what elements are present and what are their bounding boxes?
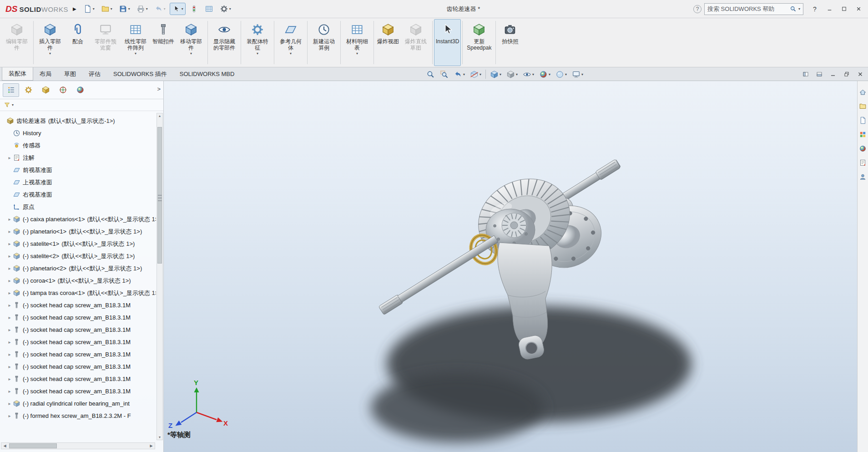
displaymanager-tab[interactable] xyxy=(72,83,88,97)
tree-item[interactable]: ▸(-) socket head cap screw_am_B18.3.1M xyxy=(0,336,156,348)
dropdown-caret-icon[interactable]: ▾ xyxy=(257,51,258,56)
configurationmanager-tab[interactable] xyxy=(37,83,54,97)
scroll-left-icon[interactable]: ◀ xyxy=(1,444,8,448)
maximize-button[interactable] xyxy=(837,3,851,15)
move-component-button[interactable]: 移动零部件▾ xyxy=(176,19,206,66)
expand-arrow-icon[interactable]: ▸ xyxy=(6,413,13,418)
tree-item[interactable]: History xyxy=(0,127,156,139)
tree-item[interactable]: ▸(-) radial cylindrical roller bearing_a… xyxy=(0,397,156,410)
display-style-button[interactable]: ▾ xyxy=(505,70,519,79)
expand-arrow-icon[interactable]: ▸ xyxy=(6,155,13,160)
tree-item[interactable]: ▸(-) socket head cap screw_am_B18.3.1M xyxy=(0,373,156,385)
insert-components-button[interactable]: 插入零部件▾ xyxy=(35,19,65,66)
help-button[interactable]: ? xyxy=(808,3,822,15)
expand-arrow-icon[interactable]: ▸ xyxy=(6,303,13,308)
dropdown-caret-icon[interactable]: ▾ xyxy=(146,7,148,11)
bill-of-materials-button[interactable]: 材料明细表▾ xyxy=(342,19,372,66)
doc-minimize-button[interactable] xyxy=(827,69,839,79)
tree-item[interactable]: ▸(-) satelite<2>(默认<<默认>_显示状态 1>) xyxy=(0,250,156,262)
tree-item[interactable]: ▸(-) coroa<1>(默认<<默认>_显示状态 1>) xyxy=(0,274,156,287)
dimxpertmanager-tab[interactable] xyxy=(55,83,71,97)
tile-pane-button[interactable] xyxy=(800,69,812,79)
dropdown-caret-icon[interactable]: ▾ xyxy=(549,72,550,76)
section-view-button[interactable]: ▾ xyxy=(469,70,482,79)
expand-arrow-icon[interactable]: ▸ xyxy=(6,290,13,295)
tree-item[interactable]: ▸(-) caixa planetarios<1>(默认<<默认>_显示状态 1… xyxy=(0,213,156,225)
tree-item[interactable]: ▸(-) socket head cap screw_am_B18.3.1M xyxy=(0,348,156,361)
horizontal-scroll-track[interactable] xyxy=(8,443,148,449)
scroll-up-icon[interactable]: ▴ xyxy=(157,114,162,118)
dropdown-caret-icon[interactable]: ▾ xyxy=(111,7,112,11)
expand-arrow-icon[interactable]: ▸ xyxy=(6,315,13,320)
menu-flyout-arrow-icon[interactable]: ▶ xyxy=(73,6,76,11)
explode-line-sketch-button[interactable]: 爆炸直线草图 xyxy=(401,19,431,66)
planet-gear[interactable] xyxy=(502,213,526,238)
tab-assembly[interactable]: 装配体 xyxy=(2,67,33,81)
zoom-to-area-button[interactable] xyxy=(439,70,449,79)
search-icon[interactable] xyxy=(790,5,797,12)
expand-arrow-icon[interactable]: ▸ xyxy=(6,340,13,345)
tree-item[interactable]: 上视基准面 xyxy=(0,176,156,188)
dropdown-caret-icon[interactable]: ▾ xyxy=(135,51,136,56)
dropdown-caret-icon[interactable]: ▾ xyxy=(532,72,534,76)
tree-item[interactable]: ▸(-) socket head cap screw_am_B18.3.1M xyxy=(0,385,156,397)
undo-button[interactable]: ▾ xyxy=(152,3,168,15)
tab-mbd[interactable]: SOLIDWORKS MBD xyxy=(173,67,241,81)
solidworks-resources-button[interactable] xyxy=(858,87,868,96)
view-palette-button[interactable] xyxy=(858,130,868,139)
tab-evaluate[interactable]: 评估 xyxy=(82,67,107,81)
expand-arrow-icon[interactable]: ▸ xyxy=(6,389,13,394)
expand-arrow-icon[interactable]: ▸ xyxy=(6,217,13,222)
reference-geometry-button[interactable]: 参考几何体▾ xyxy=(276,19,306,66)
edit-component-button[interactable]: 编辑零部件 xyxy=(2,19,32,66)
options-button[interactable]: ▾ xyxy=(217,3,233,15)
edit-appearance-button[interactable]: ▾ xyxy=(538,70,551,79)
solidworks-forum-button[interactable] xyxy=(858,172,868,181)
expand-arrow-icon[interactable]: ▸ xyxy=(6,241,13,246)
dropdown-caret-icon[interactable]: ▾ xyxy=(500,72,501,76)
tree-item[interactable]: ▸(-) planetario<1>(默认<<默认>_显示状态 1>) xyxy=(0,225,156,238)
doc-close-button[interactable] xyxy=(854,69,866,79)
select-button[interactable]: ▾ xyxy=(170,3,186,15)
new-motion-study-button[interactable]: 新建运动算例 xyxy=(309,19,339,66)
dropdown-caret-icon[interactable]: ▾ xyxy=(479,72,481,76)
open-button[interactable]: ▾ xyxy=(99,3,115,15)
expand-arrow-icon[interactable]: ▸ xyxy=(6,229,13,234)
dropdown-caret-icon[interactable]: ▾ xyxy=(49,51,51,56)
tree-item[interactable]: 前视基准面 xyxy=(0,164,156,176)
tab-sketch[interactable]: 草图 xyxy=(58,67,82,81)
mate-button[interactable]: 配合 xyxy=(65,19,91,66)
horizontal-scroll-thumb[interactable] xyxy=(9,443,57,448)
doc-restore-button[interactable] xyxy=(841,69,853,79)
search-caret-icon[interactable]: ▾ xyxy=(798,7,800,11)
panel-resize-handle[interactable] xyxy=(158,195,162,201)
custom-properties-button[interactable] xyxy=(858,158,868,167)
tree-item[interactable]: ▸(-) planetario<2>(默认<<默认>_显示状态 1>) xyxy=(0,262,156,274)
print-button[interactable]: ▾ xyxy=(134,3,150,15)
expand-arrow-icon[interactable]: ▸ xyxy=(6,254,13,259)
linear-component-pattern-button[interactable]: 线性零部件阵列▾ xyxy=(121,19,151,66)
tree-item[interactable]: 传感器 xyxy=(0,139,156,152)
assembly-features-button[interactable]: 装配体特征▾ xyxy=(242,19,273,66)
panel-expand-button[interactable]: > xyxy=(157,86,161,92)
expand-arrow-icon[interactable]: ▸ xyxy=(6,278,13,283)
show-hidden-components-button[interactable]: 显示隐藏的零部件 xyxy=(209,19,239,66)
save-button[interactable]: ▾ xyxy=(116,3,132,15)
tree-item[interactable]: ▸(-) tampa tras coroa<1>(默认<<默认>_显示状态 1>… xyxy=(0,287,156,299)
new-document-button[interactable]: ▾ xyxy=(81,3,97,15)
expand-arrow-icon[interactable]: ▸ xyxy=(6,266,13,271)
tree-item[interactable]: ▸(-) socket head cap screw_am_B18.3.1M xyxy=(0,299,156,311)
exploded-view-button[interactable]: 爆炸视图 xyxy=(375,19,401,66)
instant3d-button[interactable]: Instant3D xyxy=(434,19,461,66)
tree-item[interactable]: ▸注解 xyxy=(0,152,156,164)
tree-item[interactable]: ▸(-) socket head cap screw_am_B18.3.1M xyxy=(0,361,156,373)
featuremanager-tab[interactable] xyxy=(3,83,19,97)
zoom-to-fit-button[interactable] xyxy=(425,70,436,79)
scroll-right-icon[interactable]: ▶ xyxy=(148,444,155,448)
tab-addins[interactable]: SOLIDWORKS 插件 xyxy=(107,67,173,81)
expand-arrow-icon[interactable]: ▸ xyxy=(6,376,13,381)
tree-root-item[interactable]: 齿轮差速器(默认<默认_显示状态-1>) xyxy=(0,115,156,127)
dropdown-caret-icon[interactable]: ▾ xyxy=(516,72,518,76)
dropdown-caret-icon[interactable]: ▾ xyxy=(229,7,231,11)
tree-vertical-scrollbar[interactable]: ▴ ▾ xyxy=(156,113,163,440)
